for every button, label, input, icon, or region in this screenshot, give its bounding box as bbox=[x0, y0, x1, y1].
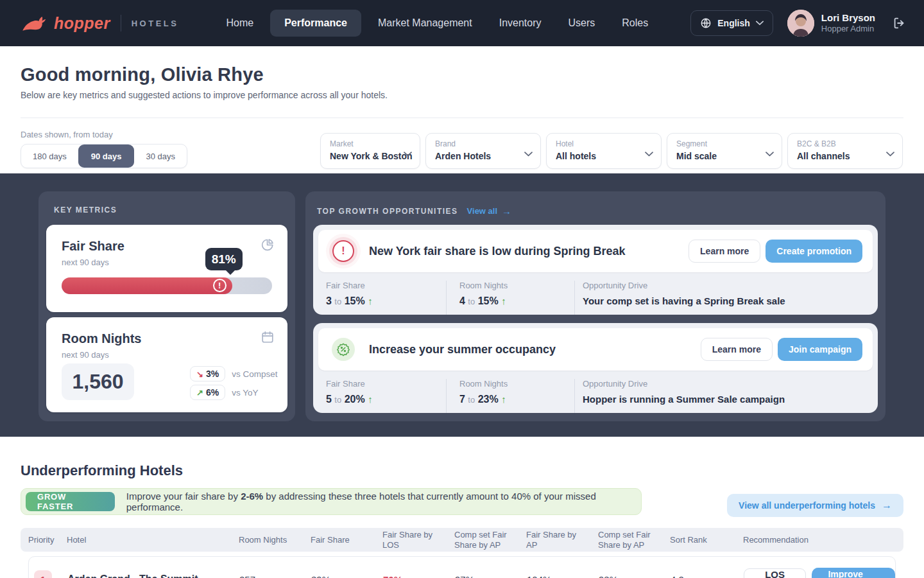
learn-more-button[interactable]: Learn more bbox=[689, 240, 760, 263]
arrow-up-icon: ↑ bbox=[368, 394, 373, 405]
delta-vs-yoy: ↗ 6% vs YoY bbox=[190, 385, 277, 400]
avatar[interactable] bbox=[787, 10, 814, 37]
chevron-down-icon bbox=[524, 148, 533, 159]
dropdown-value: All channels bbox=[797, 151, 883, 161]
chevron-down-icon bbox=[756, 21, 764, 26]
table-row[interactable]: 1 Arden Grand - The Summit 257 89% 70% 9… bbox=[28, 556, 896, 578]
metric-value: 4 to 15% ↑ bbox=[459, 295, 564, 307]
metric-fair-share: Fair Share 3 to 15% ↑ bbox=[326, 281, 447, 315]
room-nights-value: 1,560 bbox=[62, 363, 134, 400]
create-promotion-button[interactable]: Create promotion bbox=[766, 240, 862, 263]
dashboard-band: KEY METRICS Fair Share next 90 days ! 81… bbox=[0, 173, 924, 437]
arrow-up-icon: ↑ bbox=[501, 295, 506, 306]
divider bbox=[21, 118, 903, 118]
trend-down-icon: ↘ bbox=[196, 369, 203, 379]
col-room-nights: Room Nights bbox=[239, 535, 311, 545]
fair-share-tooltip: 81% bbox=[205, 248, 243, 270]
trend-up-icon: ↗ bbox=[196, 388, 203, 398]
cell-compset-fair-share-by-ap-2: 98% bbox=[599, 574, 671, 578]
metric-from: 5 bbox=[326, 394, 332, 405]
nav-item-home[interactable]: Home bbox=[216, 10, 264, 37]
learn-more-button[interactable]: Learn more bbox=[701, 338, 773, 361]
metric-value: 5 to 20% ↑ bbox=[326, 394, 436, 405]
delta-value: 3% bbox=[206, 369, 219, 379]
market-dropdown[interactable]: Market New York & Boston bbox=[320, 133, 420, 169]
metric-to: 23% bbox=[478, 394, 499, 405]
dropdown-label: Brand bbox=[435, 139, 521, 148]
range-180-days[interactable]: 180 days bbox=[21, 144, 78, 168]
delta-vs-compset: ↘ 3% vs Compset bbox=[190, 366, 277, 381]
delta-label: vs YoY bbox=[232, 388, 258, 398]
nav-item-users[interactable]: Users bbox=[558, 10, 606, 37]
nav-links: Home Performance Market Management Inven… bbox=[216, 10, 658, 37]
arrow-right-icon: → bbox=[502, 206, 511, 216]
nav-item-performance[interactable]: Performance bbox=[270, 10, 361, 37]
key-metrics-title: KEY METRICS bbox=[54, 206, 117, 215]
cell-sort-rank: 4.2 bbox=[671, 574, 744, 578]
los-rates-tag[interactable]: LOS Rates bbox=[744, 568, 806, 578]
cell-fair-share: 89% bbox=[311, 574, 383, 578]
range-90-days[interactable]: 90 days bbox=[78, 144, 135, 168]
dropdown-value: Mid scale bbox=[676, 151, 762, 161]
opportunity-title: Increase your summer occupancy bbox=[369, 343, 556, 356]
view-all-underperforming-label: View all underperforming hotels bbox=[739, 500, 875, 511]
logout-button[interactable] bbox=[892, 16, 906, 30]
view-all-underperforming-button[interactable]: View all underperforming hotels → bbox=[727, 494, 903, 517]
dropdown-value: New York & Boston bbox=[330, 151, 400, 161]
dropdown-label: Market bbox=[330, 139, 400, 148]
hotel-dropdown[interactable]: Hotel All hotels bbox=[546, 133, 662, 169]
opportunity-actions: Learn more Create promotion bbox=[689, 240, 862, 263]
metric-opportunity-drive: Opportunity Drive Hopper is running a Su… bbox=[575, 379, 878, 413]
metric-drive-value: Hopper is running a Summer Sale campaign bbox=[583, 394, 868, 405]
nav-item-inventory[interactable]: Inventory bbox=[489, 10, 552, 37]
chevron-down-icon bbox=[645, 148, 653, 159]
delta-pill: ↗ 6% bbox=[190, 385, 225, 400]
opportunities-panel: TOP GROWTH OPPORTUNITIES View all → ! Ne… bbox=[305, 191, 886, 421]
improve-now-label: Improve now bbox=[823, 569, 868, 578]
banner-text: Improve your fair share by 2-6% by addre… bbox=[126, 491, 641, 512]
grow-faster-badge: GROW FASTER bbox=[26, 492, 115, 511]
delta-label: vs Compset bbox=[232, 369, 277, 379]
segment-dropdown[interactable]: Segment Mid scale bbox=[667, 133, 782, 169]
col-fair-share-by-ap: Fair Share by AP bbox=[526, 530, 598, 550]
join-campaign-button[interactable]: Join campaign bbox=[778, 338, 862, 361]
dropdown-label: B2C & B2B bbox=[797, 139, 883, 148]
chevron-down-icon bbox=[766, 148, 774, 159]
brand-dropdown[interactable]: Brand Arden Hotels bbox=[425, 133, 541, 169]
fair-share-period: next 90 days bbox=[62, 258, 109, 267]
col-priority: Priority bbox=[28, 535, 67, 545]
arrow-right-icon: → bbox=[882, 500, 892, 511]
improve-now-button[interactable]: Improve now → bbox=[812, 568, 895, 578]
view-all-label: View all bbox=[467, 206, 497, 216]
user-role: Hopper Admin bbox=[821, 24, 875, 34]
metric-to: 15% bbox=[345, 295, 365, 306]
top-nav: hopper HOTELS Home Performance Market Ma… bbox=[0, 0, 924, 46]
range-30-days[interactable]: 30 days bbox=[134, 144, 187, 168]
metric-label: Opportunity Drive bbox=[583, 379, 868, 389]
metric-to-word: to bbox=[468, 395, 475, 405]
dropdown-label: Segment bbox=[676, 139, 762, 148]
dropdown-value: Arden Hotels bbox=[435, 151, 521, 161]
view-all-link[interactable]: View all → bbox=[467, 206, 511, 216]
dropdown-label: Hotel bbox=[556, 139, 642, 148]
arrow-right-icon: → bbox=[874, 574, 884, 578]
chevron-down-icon bbox=[886, 148, 894, 159]
delta-value: 6% bbox=[206, 387, 219, 398]
underperforming-section: Underperforming Hotels GROW FASTER Impro… bbox=[5, 437, 919, 578]
alert-icon: ! bbox=[332, 240, 354, 262]
metric-label: Opportunity Drive bbox=[583, 281, 868, 290]
fair-share-progress-track: ! 81% bbox=[62, 277, 272, 294]
banner-prefix: Improve your fair share by bbox=[126, 491, 241, 502]
pie-chart-icon bbox=[261, 238, 275, 254]
dates-label: Dates shown, from today bbox=[21, 130, 113, 139]
brand[interactable]: hopper HOTELS bbox=[21, 14, 178, 33]
nav-item-market-management[interactable]: Market Management bbox=[368, 10, 483, 37]
room-nights-title: Room Nights bbox=[62, 331, 141, 346]
channels-dropdown[interactable]: B2C & B2B All channels bbox=[787, 133, 903, 169]
opportunities-header: TOP GROWTH OPPORTUNITIES View all → bbox=[317, 206, 511, 216]
nav-item-roles[interactable]: Roles bbox=[612, 10, 658, 37]
language-selector[interactable]: English bbox=[690, 10, 773, 36]
metric-fair-share: Fair Share 5 to 20% ↑ bbox=[326, 379, 447, 413]
cell-room-nights: 257 bbox=[239, 574, 311, 578]
metric-label: Fair Share bbox=[326, 379, 436, 389]
